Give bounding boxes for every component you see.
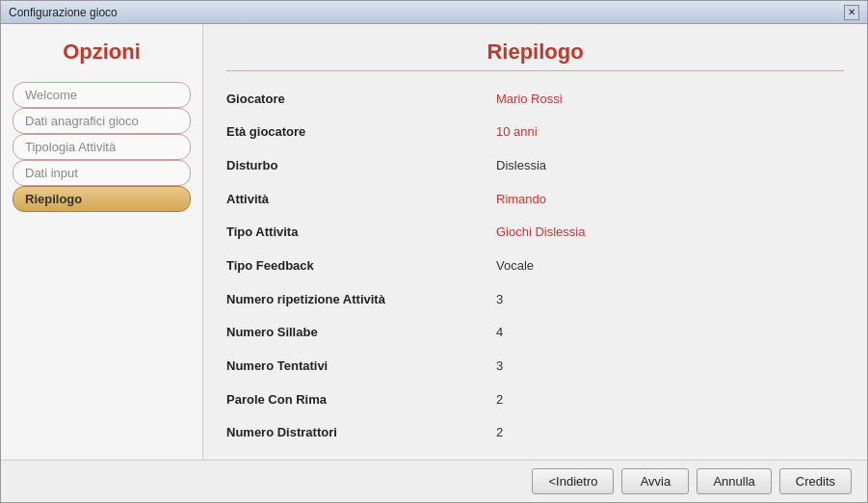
sidebar-item-riepilogo[interactable]: Riepilogo <box>13 186 191 212</box>
sidebar-item-tipologia[interactable]: Tipologia Attività <box>13 134 191 160</box>
field-value: Mario Rossi <box>496 92 844 106</box>
sidebar-item-dati-anagrafici[interactable]: Dati anagrafici gioco <box>13 108 191 134</box>
field-value: 2 <box>496 392 844 407</box>
footer: <IndietroAvviaAnnullaCredits <box>1 460 867 502</box>
sidebar-item-dati-input[interactable]: Dati input <box>13 160 191 186</box>
divider <box>226 70 844 71</box>
annulla-button[interactable]: Annulla <box>697 468 771 494</box>
field-value: Giochi Dislessia <box>496 225 844 239</box>
field-label: Numero Sillabe <box>226 325 496 339</box>
field-label: Numero Tentativi <box>226 358 496 373</box>
avvia-button[interactable]: Avvia <box>621 468 689 494</box>
sidebar-item-welcome[interactable]: Welcome <box>13 82 191 108</box>
field-label: Attività <box>226 192 496 206</box>
field-value: Rimando <box>496 192 844 206</box>
close-button[interactable]: ✕ <box>844 5 859 20</box>
main-title: Riepilogo <box>226 40 844 65</box>
field-value: Vocale <box>496 258 844 273</box>
window-title: Configurazione gioco <box>9 6 118 19</box>
sidebar: Opzioni WelcomeDati anagrafici giocoTipo… <box>1 24 203 460</box>
field-value: 3 <box>496 292 844 306</box>
field-value: 3 <box>496 358 844 373</box>
summary-table: GiocatoreMario RossiEtà giocatore10 anni… <box>226 87 844 444</box>
content-area: Opzioni WelcomeDati anagrafici giocoTipo… <box>1 24 867 460</box>
indietro-button[interactable]: <Indietro <box>532 468 614 494</box>
field-label: Tipo Attivita <box>226 225 496 239</box>
field-value: 4 <box>496 325 844 339</box>
field-label: Numero Distrattori <box>226 425 496 439</box>
field-label: Numero ripetizione Attività <box>226 292 496 306</box>
field-label: Disturbo <box>226 158 496 172</box>
field-value: 2 <box>496 425 844 439</box>
credits-button[interactable]: Credits <box>779 468 852 494</box>
field-label: Parole Con Rima <box>226 392 496 407</box>
titlebar: Configurazione gioco ✕ <box>1 1 867 24</box>
field-value: Dislessia <box>496 158 844 172</box>
sidebar-title: Opzioni <box>13 40 191 65</box>
main-window: Configurazione gioco ✕ Opzioni WelcomeDa… <box>0 0 868 503</box>
field-label: Età giocatore <box>226 124 496 139</box>
field-value: 10 anni <box>496 124 844 139</box>
field-label: Giocatore <box>226 92 496 106</box>
field-label: Tipo Feedback <box>226 258 496 273</box>
main-panel: Riepilogo GiocatoreMario RossiEtà giocat… <box>203 24 867 460</box>
